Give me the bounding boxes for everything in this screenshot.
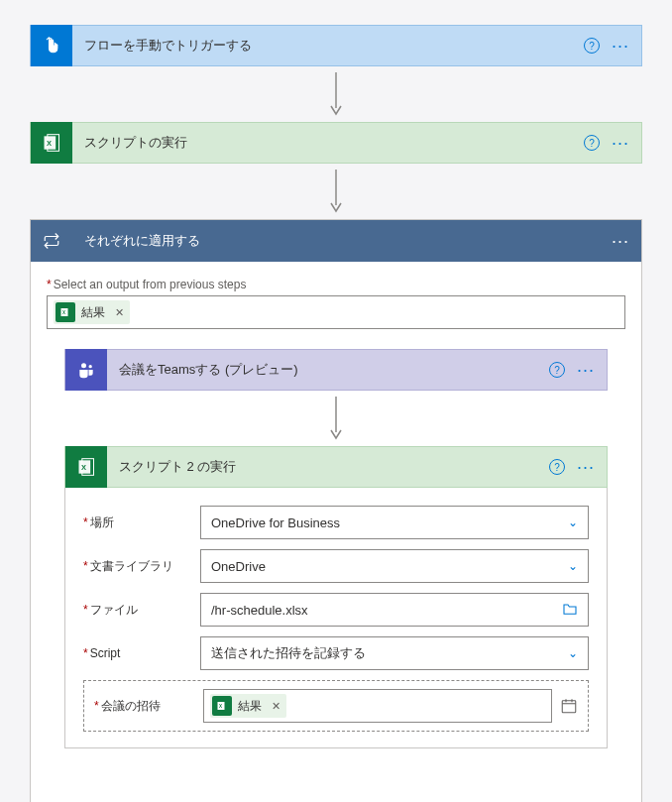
svg-text:X: X	[219, 704, 222, 709]
apply-to-each-title: それぞれに適用する	[72, 232, 612, 250]
meeting-label: *会議の招待	[94, 698, 203, 715]
more-icon[interactable]: ···	[577, 462, 595, 472]
dynamic-content-icon[interactable]	[560, 697, 578, 715]
help-icon[interactable]: ?	[584, 135, 600, 151]
token-result[interactable]: X 結果 ✕	[210, 694, 286, 718]
library-label: *文書ライブラリ	[83, 558, 200, 575]
connector-arrow	[30, 66, 642, 122]
trigger-icon	[31, 25, 72, 66]
script-select[interactable]: 送信された招待を記録する ⌄	[200, 636, 589, 670]
more-icon[interactable]: ···	[577, 365, 595, 375]
loop-icon	[31, 220, 72, 262]
more-icon[interactable]: ···	[612, 41, 629, 51]
library-select[interactable]: OneDrive ⌄	[200, 549, 589, 583]
more-icon[interactable]: ···	[612, 236, 629, 246]
script2-card: X スクリプト 2 の実行 ? ··· *場所 OneDrive for Bus…	[64, 446, 608, 748]
svg-point-8	[89, 365, 92, 368]
script2-title: スクリプト 2 の実行	[107, 458, 549, 476]
svg-rect-15	[562, 701, 576, 713]
teams-meeting-card[interactable]: 会議をTeamsする (プレビュー) ? ···	[64, 349, 608, 391]
chevron-down-icon: ⌄	[568, 559, 578, 573]
excel-icon: X	[65, 446, 107, 488]
excel-icon: X	[31, 122, 72, 164]
trigger-card[interactable]: フローを手動でトリガーする ? ···	[30, 25, 642, 66]
apply-to-each-header[interactable]: それぞれに適用する ···	[31, 220, 641, 262]
file-input[interactable]: /hr-schedule.xlsx	[200, 593, 589, 627]
help-icon[interactable]: ?	[584, 38, 600, 54]
meeting-input[interactable]: X 結果 ✕	[203, 689, 552, 723]
location-label: *場所	[83, 515, 200, 531]
output-select-label: *Select an output from previous steps	[47, 278, 625, 291]
svg-text:X: X	[62, 310, 65, 315]
remove-token-icon[interactable]: ✕	[115, 306, 124, 319]
chevron-down-icon: ⌄	[568, 516, 578, 529]
help-icon[interactable]: ?	[549, 459, 565, 475]
script2-header[interactable]: X スクリプト 2 の実行 ? ···	[64, 446, 608, 488]
trigger-title: フローを手動でトリガーする	[72, 37, 584, 55]
apply-to-each-container: それぞれに適用する ··· *Select an output from pre…	[30, 219, 642, 802]
connector-arrow	[64, 391, 608, 446]
svg-point-7	[81, 363, 86, 368]
script-card[interactable]: X スクリプトの実行 ? ···	[30, 122, 642, 164]
teams-icon	[65, 349, 107, 391]
script-label: *Script	[83, 646, 200, 660]
svg-text:X: X	[47, 139, 52, 148]
location-select[interactable]: OneDrive for Business ⌄	[200, 506, 589, 539]
add-action-button[interactable]: 削除] のアクションを追加します。	[47, 798, 625, 802]
folder-icon[interactable]	[562, 602, 578, 619]
remove-token-icon[interactable]: ✕	[272, 700, 280, 713]
excel-icon: X	[212, 696, 232, 716]
token-result[interactable]: X 結果 ✕	[54, 300, 130, 324]
more-icon[interactable]: ···	[612, 138, 629, 148]
chevron-down-icon: ⌄	[568, 646, 578, 660]
output-select-input[interactable]: X 結果 ✕	[47, 295, 625, 329]
help-icon[interactable]: ?	[549, 362, 565, 378]
teams-title: 会議をTeamsする (プレビュー)	[107, 361, 549, 379]
connector-arrow	[30, 164, 642, 219]
excel-icon: X	[56, 302, 75, 322]
svg-text:X: X	[81, 463, 86, 472]
script-title: スクリプトの実行	[72, 134, 584, 152]
file-label: *ファイル	[83, 602, 200, 619]
